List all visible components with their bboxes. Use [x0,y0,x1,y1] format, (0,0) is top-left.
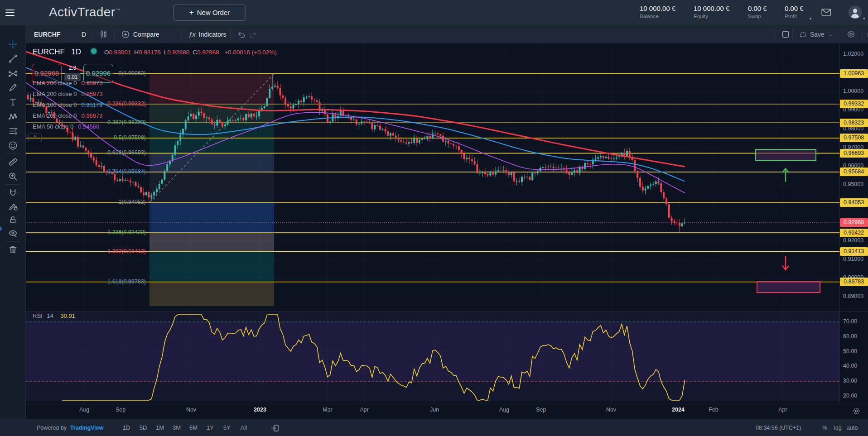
auto-scale-button[interactable]: auto [847,419,858,436]
compare-button[interactable]: Compare [121,25,159,43]
undo-icon [236,30,245,38]
lock-all-icon[interactable] [6,213,19,226]
account-stat-label: Balance [640,14,675,19]
save-caret-icon[interactable]: ⌄ [829,32,832,37]
expand-panel-chevron-icon[interactable]: › [0,222,2,235]
ruler-icon[interactable] [6,155,19,168]
scale-settings-gear-icon[interactable] [853,407,860,417]
fib-label: 1.236(0.92422) [82,229,146,235]
change-value: +0.00016 (+0.02%) [224,49,277,56]
hide-all-icon[interactable] [6,227,19,240]
indicator-row[interactable]: EMA 200 close 00.95973 [33,89,103,100]
avatar-caret-icon[interactable]: ▾ [863,16,865,21]
indicator-value: 0.95973 [82,91,103,97]
range-button-all[interactable]: All [237,422,251,433]
new-order-button[interactable]: +New Order [173,5,246,21]
rsi-value: 30.91 [60,312,75,319]
tradingview-link[interactable]: TradingView [70,419,103,436]
price-level-badge: 0.94053 [840,198,868,207]
interval-button[interactable]: D [82,25,86,43]
rsi-axis-label: 50.00 [843,348,857,355]
range-button-1m[interactable]: 1M [153,422,167,433]
tool-separator [5,153,20,154]
text-icon[interactable] [6,96,19,108]
account-stat-value: 0.00 € [785,5,804,12]
ohlc-key: H [134,49,139,56]
xabcd-pattern-icon[interactable] [6,110,19,123]
layout-button[interactable] [781,25,790,43]
fx-icon: ƒx [188,30,196,38]
sell-zone-rect [757,282,820,292]
plus-circle-icon [121,30,130,38]
drawing-lock-icon[interactable] [6,200,19,212]
legend-symbol[interactable]: EURCHF [33,48,65,56]
time-label: 2023 [254,407,266,413]
range-button-6m[interactable]: 6M [187,422,200,433]
bottom-bar: Powered by TradingView 1D5D1M3M6M1Y5YAll… [0,419,868,436]
time-label: Jun [430,407,439,413]
range-button-5d[interactable]: 5D [136,422,150,433]
legend-interval[interactable]: 1D [71,48,81,56]
top-nav: ActivTrader™ +New Order 10 000.00 €Balan… [0,0,868,26]
range-button-1y[interactable]: 1Y [203,422,217,433]
long-position-icon[interactable] [6,125,19,137]
price-level-badge: 0.91413 [840,247,868,256]
pane-separator[interactable] [25,311,868,311]
undo-button[interactable] [236,25,245,43]
crosshair-icon[interactable] [6,38,19,50]
fib-label: 0.5(0.97508) [82,134,146,141]
ohlc-value: 0.92968 [197,49,219,56]
account-stat-profit: 0.00 €Profit [785,5,804,19]
zoom-in-icon[interactable] [6,170,19,182]
symbol-button[interactable]: EURCHF [34,25,60,43]
profit-caret-icon[interactable]: ▾ [810,16,812,21]
cloud-save-icon [798,30,807,38]
fib-bands [149,74,274,306]
down-arrow-icon [782,256,789,270]
settings-button[interactable] [847,25,855,43]
avatar[interactable] [848,5,862,21]
time-label: Aug [79,407,89,413]
range-button-5y[interactable]: 5Y [220,422,234,433]
up-arrow-icon [782,168,789,182]
redo-button[interactable] [249,25,258,43]
indicator-value: 0.95973 [82,80,103,86]
candles-icon [99,30,108,38]
indicator-row[interactable]: EMA 200 close 00.95973 [33,78,103,89]
trademark: ™ [116,8,121,13]
range-button-3m[interactable]: 3M [170,422,183,433]
brush-icon[interactable] [6,81,19,94]
percent-scale-button[interactable]: % [822,419,827,436]
powered-by: Powered by [37,419,67,436]
market-status-icon[interactable] [90,48,97,55]
time-label: Nov [186,407,196,413]
indicator-label: EMA 200 close 0 [33,80,77,86]
save-button[interactable]: Save ⌄ [798,25,832,43]
fib-retracement-icon[interactable] [6,67,19,79]
indicator-label: EMA 100 close 0 [33,101,77,108]
time-label: Apr [360,407,368,413]
time-label: Apr [778,407,787,413]
time-label: Sep [116,407,125,413]
collapse-indicators-button[interactable]: ^ [28,134,42,142]
trend-line-icon[interactable] [6,52,19,65]
account-stat-swap: 0.00 €Swap [748,5,767,19]
price-level-badge: 0.99332 [840,100,868,108]
ohlc-key: C [193,49,197,56]
account-stat-value: 10 000.00 € [694,5,729,12]
chart-style-button[interactable] [99,25,108,43]
range-button-1d[interactable]: 1D [120,422,133,433]
log-scale-button[interactable]: log [834,419,842,436]
price-level-badge: 0.97508 [840,134,868,142]
indicators-button[interactable]: ƒx Indicators [188,25,227,43]
goto-date-icon[interactable] [271,419,280,436]
emoji-icon[interactable] [6,139,19,152]
magnet-icon[interactable] [6,186,19,199]
mail-icon[interactable] [821,8,832,19]
price-level-badge: 0.92422 [840,229,868,237]
account-stat-label: Equity [694,14,729,19]
remove-all-icon[interactable] [6,243,19,256]
price-level-badge: 0.95684 [840,168,868,176]
time-label: Feb [709,407,719,413]
hamburger-menu-icon[interactable] [5,8,17,18]
